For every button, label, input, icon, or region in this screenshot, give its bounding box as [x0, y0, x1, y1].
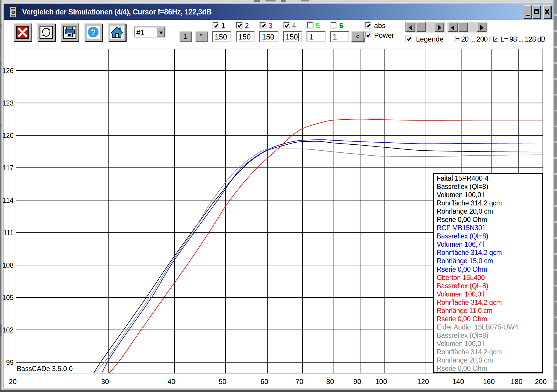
svg-text:114: 114: [3, 197, 14, 204]
svg-text:70: 70: [296, 378, 304, 386]
svg-text:60: 60: [261, 378, 268, 386]
svg-text:90: 90: [353, 378, 361, 386]
svg-text:108: 108: [2, 261, 14, 269]
svg-text:40: 40: [168, 378, 176, 386]
svg-text:50: 50: [219, 378, 227, 386]
svg-text:30: 30: [101, 378, 109, 386]
svg-text:180: 180: [511, 378, 522, 386]
svg-text:105: 105: [2, 294, 14, 302]
svg-text:99: 99: [6, 359, 14, 366]
svg-text:120: 120: [2, 132, 14, 139]
svg-text:120: 120: [417, 378, 429, 386]
svg-text:160: 160: [483, 378, 495, 386]
svg-text:140: 140: [452, 378, 464, 386]
svg-text:200: 200: [535, 378, 547, 386]
svg-text:20: 20: [9, 378, 17, 386]
svg-text:?: ?: [91, 28, 96, 37]
svg-text:126: 126: [2, 67, 14, 75]
svg-text:123: 123: [2, 99, 14, 107]
svg-text:117: 117: [3, 164, 14, 172]
svg-text:BassCADe 3.5.0.0: BassCADe 3.5.0.0: [17, 365, 73, 373]
svg-text:100: 100: [375, 378, 387, 386]
svg-text:111: 111: [3, 229, 14, 237]
svg-text:80: 80: [326, 378, 334, 386]
svg-text:102: 102: [2, 326, 14, 334]
